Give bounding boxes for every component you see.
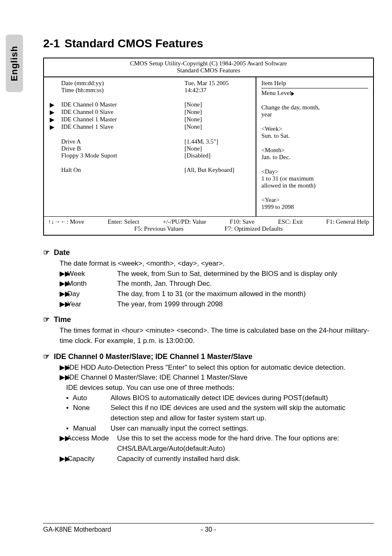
hand-icon: ☞	[43, 351, 54, 362]
hand-icon: ☞	[43, 247, 54, 258]
help-line: year	[261, 111, 368, 118]
value-floppy: [Disabled]	[184, 152, 251, 159]
help-menu-level: Menu Level	[261, 90, 368, 97]
access-v2: CHS/LBA/Large/Auto(default:Auto)	[117, 444, 225, 454]
foot-pupd: +/-/PU/PD: Value	[163, 218, 206, 225]
foot-enter: Enter: Select	[108, 218, 139, 225]
help-title: Item Help	[261, 80, 368, 87]
bios-header-line1: CMOS Setup Utility-Copyright (C) 1984-20…	[46, 60, 371, 67]
section-title-text: Standard CMOS Features	[65, 37, 203, 50]
label-ide0m: IDE Channel 0 Master	[61, 101, 184, 109]
label-time: Time (hh:mm:ss)	[61, 87, 184, 94]
foot-f5: F5: Previous Values	[134, 225, 184, 232]
month-k: Month	[67, 280, 87, 287]
bios-help-panel: Item Help Menu Level Change the day, mon…	[256, 77, 373, 216]
label-ide1m: IDE Channel 1 Master	[61, 116, 184, 123]
label-floppy: Floppy 3 Mode Suport	[61, 152, 184, 159]
capacity-k: Capacity	[67, 455, 95, 463]
label-date: Date (mm:dd:yy)	[61, 80, 184, 87]
method-manual-k: Manual	[73, 424, 96, 432]
value-ide0s: [None]	[184, 109, 251, 116]
help-line: allowed in the month)	[261, 182, 368, 189]
help-line: 1999 to 2098	[261, 204, 368, 211]
label-drive-b: Drive B	[61, 145, 184, 152]
value-drive-a: [1.44M, 3.5"]	[184, 138, 251, 145]
foot-f7: F7: Optimized Defaults	[225, 225, 283, 232]
section-title: 2-1Standard CMOS Features	[43, 37, 374, 50]
day-v: The day, from 1 to 31 (or the maximum al…	[117, 289, 306, 299]
year-v: The year, from 1999 through 2098	[117, 299, 223, 310]
capacity-v: Capacity of currently installed hard dis…	[117, 454, 240, 464]
foot-f10: F10: Save	[230, 218, 254, 225]
access-k: Access Mode	[67, 434, 109, 442]
week-k: Week	[67, 270, 85, 278]
ide-setup: IDE devices setup. You can use one of th…	[66, 383, 374, 393]
method-manual-v: User can manually input the correct sett…	[111, 424, 248, 434]
help-line: <Day>	[261, 168, 368, 175]
month-v: The month, Jan. Through Dec.	[117, 279, 212, 289]
help-line: <Week>	[261, 125, 368, 132]
access-v1: Use this to set the access mode for the …	[117, 433, 339, 444]
ide-sub: IDE Channel 0 Master/Slave; IDE Channel …	[67, 373, 247, 381]
heading-time: Time	[54, 315, 71, 324]
language-label: English	[9, 46, 20, 81]
footer-page-number: - 30 -	[188, 526, 229, 533]
help-line: Jan. to Dec.	[261, 154, 368, 161]
value-ide1m: [None]	[184, 116, 251, 123]
value-time: 14:42:37	[184, 87, 251, 94]
foot-move: ↑↓→←: Move	[48, 218, 84, 225]
method-auto-k: Auto	[73, 394, 87, 402]
value-date: Tue, Mar 15 2005	[184, 80, 251, 87]
heading-date: Date	[54, 248, 70, 257]
help-line: Change the day, month,	[261, 104, 368, 111]
method-auto-v: Allows BIOS to automatically detect IDE …	[111, 393, 328, 403]
bios-header-line2: Standard CMOS Features	[46, 67, 371, 74]
value-drive-b: [None]	[184, 145, 251, 152]
value-ide0m: [None]	[184, 101, 251, 109]
bios-header: CMOS Setup Utility-Copyright (C) 1984-20…	[44, 58, 373, 77]
year-k: Year	[67, 300, 81, 308]
value-halt: [All, But Keyboard]	[184, 167, 251, 174]
week-v: The week, from Sun to Sat, determined by…	[117, 269, 337, 279]
label-drive-a: Drive A	[61, 138, 184, 145]
method-none-v1: Select this if no IDE devices are used a…	[111, 403, 346, 413]
day-k: Day	[67, 290, 80, 298]
page-footer: GA-K8NE Motherboard - 30 -	[43, 523, 374, 533]
help-line: <Year>	[261, 197, 368, 204]
foot-f1: F1: General Help	[326, 218, 369, 225]
section-number: 2-1	[43, 37, 65, 50]
language-tab: English	[6, 35, 23, 92]
help-line: <Month>	[261, 147, 368, 154]
bios-screenshot: CMOS Setup Utility-Copyright (C) 1984-20…	[43, 58, 374, 236]
value-ide1s: [None]	[184, 123, 251, 131]
method-none-v2: detection step and allow for faster syst…	[111, 413, 266, 424]
label-ide0s: IDE Channel 0 Slave	[61, 109, 184, 116]
time-text: The times format in <hour> <minute> <sec…	[60, 326, 374, 346]
label-ide1s: IDE Channel 1 Slave	[61, 123, 184, 131]
heading-ide: IDE Channel 0 Master/Slave; IDE Channel …	[54, 352, 252, 361]
bios-footer: ↑↓→←: Move Enter: Select +/-/PU/PD: Valu…	[44, 216, 373, 235]
description-block: ☞Date The date format is <week>, <month>…	[43, 247, 374, 464]
ide-auto: IDE HDD Auto-Detection Press "Enter" to …	[67, 364, 346, 371]
label-halt: Halt On	[61, 167, 184, 174]
help-line: 1 to 31 (or maximum	[261, 175, 368, 182]
footer-left: GA-K8NE Motherboard	[43, 526, 188, 533]
method-none-k: None	[73, 404, 90, 412]
chevron-right-icon	[291, 92, 294, 96]
foot-esc: ESC: Exit	[278, 218, 302, 225]
bios-left-panel: Date (mm:dd:yy)Tue, Mar 15 2005 Time (hh…	[44, 77, 256, 216]
hand-icon: ☞	[43, 314, 54, 325]
date-intro: The date format is <week>, <month>, <day…	[60, 259, 374, 269]
help-line: Sun. to Sat.	[261, 132, 368, 139]
